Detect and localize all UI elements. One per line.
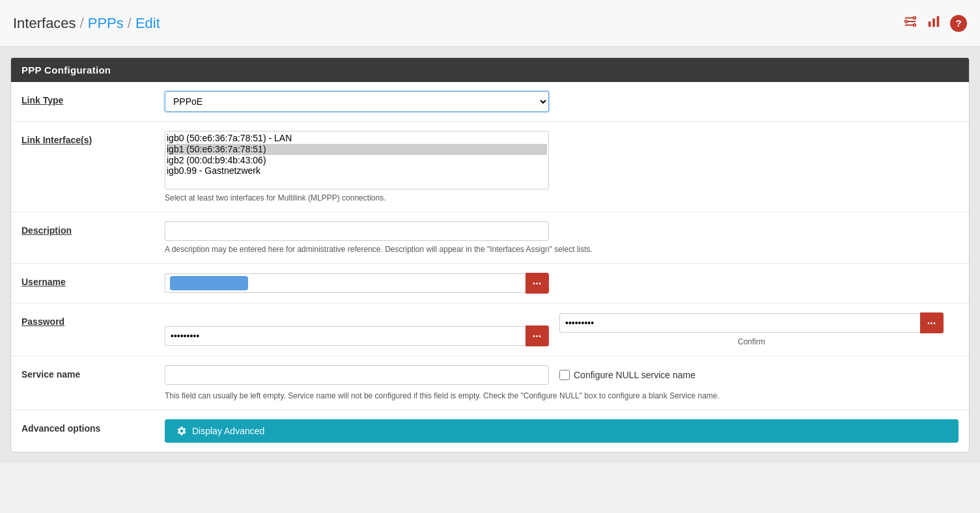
main-content: PPP Configuration Link Type PPPoE PPTP L… (0, 47, 980, 463)
header-icons: ? (903, 14, 967, 32)
svg-rect-6 (929, 21, 931, 27)
panel-body: Link Type PPPoE PPTP L2TP PPP Link Inter… (11, 82, 969, 452)
password-control: ••• ••• Confirm (165, 312, 959, 346)
display-advanced-button[interactable]: Display Advanced (165, 419, 959, 443)
link-type-control: PPPoE PPTP L2TP PPP (165, 91, 959, 112)
page-header: Interfaces / PPPs / Edit ? (0, 0, 980, 47)
ppp-configuration-panel: PPP Configuration Link Type PPPoE PPTP L… (10, 57, 970, 452)
breadcrumb: Interfaces / PPPs / Edit (13, 15, 160, 32)
svg-rect-4 (905, 25, 914, 26)
svg-rect-8 (937, 16, 940, 27)
link-interface-igb1: igb1 (50:e6:36:7a:78:51) (167, 144, 547, 155)
username-control: ••• (165, 273, 959, 294)
link-interface-igb0: igb0 (50:e6:36:7a:78:51) - LAN (167, 133, 547, 144)
link-interface-igb2: igb2 (00:0d:b9:4b:43:06) (167, 155, 547, 166)
panel-header: PPP Configuration (11, 58, 969, 82)
svg-point-3 (905, 20, 908, 23)
password-reveal-button[interactable]: ••• (525, 326, 549, 346)
password-confirm-reveal-button[interactable]: ••• (920, 312, 944, 333)
chart-icon[interactable] (927, 14, 941, 32)
breadcrumb-sep-1: / (80, 15, 84, 32)
link-interfaces-row: Link Interface(s) igb0 (50:e6:36:7a:78:5… (11, 122, 969, 212)
password-dots-icon: ••• (533, 333, 542, 340)
svg-point-5 (914, 24, 916, 27)
panel-title: PPP Configuration (21, 64, 111, 76)
password-confirm-group: ••• Confirm (559, 312, 944, 346)
link-interface-igb099: igb0.99 - Gastnetzwerk (167, 165, 547, 176)
service-name-label: Service name (21, 365, 165, 380)
help-icon[interactable]: ? (950, 15, 967, 32)
advanced-options-control: Display Advanced (165, 419, 959, 443)
password-inputs-group: ••• ••• Confirm (165, 312, 959, 346)
description-help: A description may be entered here for ad… (165, 245, 959, 254)
configure-null-checkbox[interactable] (559, 370, 570, 380)
configure-null-group: Configure NULL service name (559, 370, 695, 380)
configure-null-label[interactable]: Configure NULL service name (574, 370, 695, 380)
breadcrumb-ppps[interactable]: PPPs (88, 15, 124, 32)
gear-icon (176, 426, 187, 436)
password-input-group: ••• (165, 326, 549, 346)
link-type-row: Link Type PPPoE PPTP L2TP PPP (11, 82, 969, 122)
password-confirm-label: Confirm (559, 337, 944, 346)
link-interfaces-label: Link Interface(s) (21, 131, 165, 145)
link-interfaces-select[interactable]: igb0 (50:e6:36:7a:78:51) - LAN igb1 (50:… (165, 131, 549, 189)
link-type-select[interactable]: PPPoE PPTP L2TP PPP (165, 91, 549, 112)
advanced-options-row: Advanced options Display Advanced (11, 410, 969, 452)
advanced-options-label: Advanced options (21, 419, 165, 434)
description-input[interactable] (165, 221, 549, 241)
service-name-input[interactable] (165, 365, 549, 385)
description-row: Description A description may be entered… (11, 212, 969, 264)
password-confirm-dots-icon: ••• (927, 320, 936, 327)
link-type-label: Link Type (21, 91, 165, 105)
password-label: Password (21, 312, 165, 327)
password-input[interactable] (165, 326, 525, 346)
description-control: A description may be entered here for ad… (165, 221, 959, 254)
link-interfaces-help: Select at least two interfaces for Multi… (165, 193, 959, 202)
link-interfaces-control: igb0 (50:e6:36:7a:78:51) - LAN igb1 (50:… (165, 131, 959, 202)
description-label: Description (21, 221, 165, 236)
svg-rect-7 (932, 18, 935, 27)
breadcrumb-interfaces: Interfaces (13, 15, 76, 32)
svg-rect-0 (905, 18, 914, 19)
service-name-inputs: Configure NULL service name (165, 365, 695, 385)
service-name-help-wrapper: This field can usually be left empty. Se… (21, 390, 720, 400)
display-advanced-label: Display Advanced (192, 426, 264, 436)
service-name-row: Service name Configure NULL service name… (11, 356, 969, 410)
svg-point-1 (914, 17, 916, 20)
service-name-top: Service name Configure NULL service name (21, 365, 959, 385)
password-row: Password ••• (11, 303, 969, 356)
username-input[interactable] (165, 273, 525, 293)
username-reveal-button[interactable]: ••• (525, 273, 549, 294)
dots-icon: ••• (533, 280, 542, 287)
breadcrumb-sep-2: / (128, 15, 132, 32)
sliders-icon[interactable] (903, 14, 917, 32)
username-label: Username (21, 273, 165, 287)
breadcrumb-edit: Edit (135, 15, 160, 32)
username-input-group: ••• (165, 273, 549, 294)
password-confirm-input[interactable] (559, 313, 920, 333)
svg-rect-2 (907, 21, 916, 22)
username-row: Username ••• (11, 264, 969, 303)
service-name-help: This field can usually be left empty. Se… (165, 391, 720, 400)
password-confirm-input-group: ••• (559, 312, 944, 333)
